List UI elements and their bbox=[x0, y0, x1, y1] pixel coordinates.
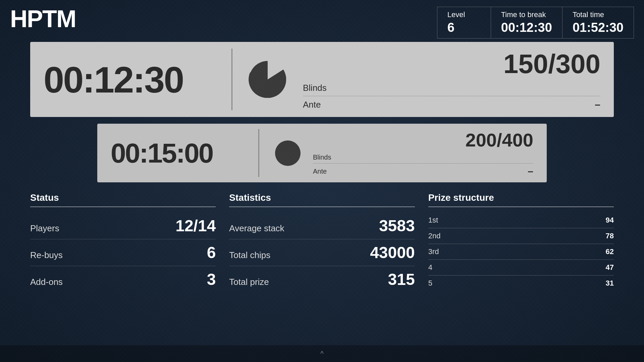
level-value: 6 bbox=[447, 20, 481, 35]
prize-place: 1st bbox=[428, 216, 438, 225]
current-blinds-label: Blinds bbox=[303, 83, 600, 96]
next-blinds-label: Blinds bbox=[313, 154, 533, 164]
avg-stack-label: Average stack bbox=[229, 223, 284, 234]
addons-label: Add-ons bbox=[30, 277, 63, 287]
next-level-card: 00:15:00 200/400 Blinds Ante – bbox=[97, 124, 547, 182]
prize-panel: Prize structure 1st942nd783rd62447531 bbox=[428, 192, 614, 293]
prize-value: 47 bbox=[606, 263, 614, 272]
current-blinds-amount: 150/300 bbox=[303, 49, 600, 79]
bottom-bar: ^ bbox=[0, 345, 644, 362]
rebuys-label: Re-buys bbox=[30, 250, 63, 260]
current-ante-row: Ante – bbox=[303, 99, 600, 110]
prize-value: 78 bbox=[606, 232, 614, 240]
next-blinds-info: 200/400 Blinds Ante – bbox=[313, 129, 533, 177]
level-block: Level 6 bbox=[437, 7, 491, 38]
prize-row: 1st94 bbox=[428, 213, 614, 228]
addons-value: 3 bbox=[207, 270, 216, 289]
total-prize-label: Total prize bbox=[229, 277, 269, 287]
prize-place: 5 bbox=[428, 279, 432, 288]
next-blinds-amount: 200/400 bbox=[313, 129, 533, 151]
level-label: Level bbox=[447, 10, 481, 19]
current-blinds-info: 150/300 Blinds Ante – bbox=[303, 49, 600, 110]
rebuys-value: 6 bbox=[207, 243, 216, 262]
break-block: Time to break 00:12:30 bbox=[491, 7, 562, 38]
caret-up-icon: ^ bbox=[320, 350, 323, 358]
current-level-card: 00:12:30 150/300 Blinds Ante – bbox=[30, 42, 614, 117]
status-panel: Status Players 12/14 Re-buys 6 Add-ons 3 bbox=[30, 192, 216, 293]
main-content: 00:12:30 150/300 Blinds Ante – bbox=[0, 42, 644, 293]
total-chips-row: Total chips 43000 bbox=[229, 239, 415, 266]
rebuys-row: Re-buys 6 bbox=[30, 239, 216, 266]
svg-point-1 bbox=[275, 140, 301, 166]
prize-place: 3rd bbox=[428, 247, 439, 256]
statistics-panel: Statistics Average stack 3583 Total chip… bbox=[229, 192, 415, 293]
app-logo: HPTM bbox=[10, 7, 76, 31]
addons-row: Add-ons 3 bbox=[30, 266, 216, 293]
break-value: 00:12:30 bbox=[501, 20, 552, 35]
prize-title: Prize structure bbox=[428, 192, 614, 207]
break-label: Time to break bbox=[501, 10, 552, 19]
current-ante-value: – bbox=[595, 99, 600, 110]
timer-divider bbox=[231, 49, 232, 110]
total-label: Total time bbox=[573, 10, 624, 19]
status-title: Status bbox=[30, 192, 216, 207]
avg-stack-row: Average stack 3583 bbox=[229, 213, 415, 239]
prize-value: 31 bbox=[606, 279, 614, 288]
prize-value: 94 bbox=[606, 216, 614, 225]
header: HPTM Level 6 Time to break 00:12:30 Tota… bbox=[0, 0, 644, 42]
prize-place: 2nd bbox=[428, 232, 441, 240]
current-pie-chart bbox=[246, 58, 289, 101]
prize-row: 447 bbox=[428, 260, 614, 276]
prize-row: 2nd78 bbox=[428, 228, 614, 244]
prize-rows: 1st942nd783rd62447531 bbox=[428, 213, 614, 291]
total-chips-value: 43000 bbox=[370, 243, 415, 262]
next-timer: 00:15:00 bbox=[111, 137, 245, 169]
next-timer-divider bbox=[258, 129, 259, 177]
total-chips-label: Total chips bbox=[229, 250, 270, 260]
total-prize-row: Total prize 315 bbox=[229, 266, 415, 293]
statistics-title: Statistics bbox=[229, 192, 415, 207]
next-ante-row: Ante – bbox=[313, 166, 533, 177]
stats-section: Status Players 12/14 Re-buys 6 Add-ons 3… bbox=[30, 192, 614, 293]
prize-row: 531 bbox=[428, 276, 614, 291]
players-row: Players 12/14 bbox=[30, 213, 216, 239]
prize-row: 3rd62 bbox=[428, 244, 614, 260]
next-pie-chart bbox=[273, 138, 303, 168]
total-time-block: Total time 01:52:30 bbox=[562, 7, 634, 38]
header-info: Level 6 Time to break 00:12:30 Total tim… bbox=[437, 7, 634, 39]
players-label: Players bbox=[30, 223, 59, 234]
avg-stack-value: 3583 bbox=[379, 217, 415, 235]
total-prize-value: 315 bbox=[388, 270, 415, 289]
players-value: 12/14 bbox=[175, 217, 216, 235]
prize-value: 62 bbox=[606, 247, 614, 256]
total-value: 01:52:30 bbox=[573, 20, 624, 35]
next-ante-value: – bbox=[528, 166, 533, 177]
prize-place: 4 bbox=[428, 263, 432, 272]
current-timer: 00:12:30 bbox=[44, 58, 218, 101]
